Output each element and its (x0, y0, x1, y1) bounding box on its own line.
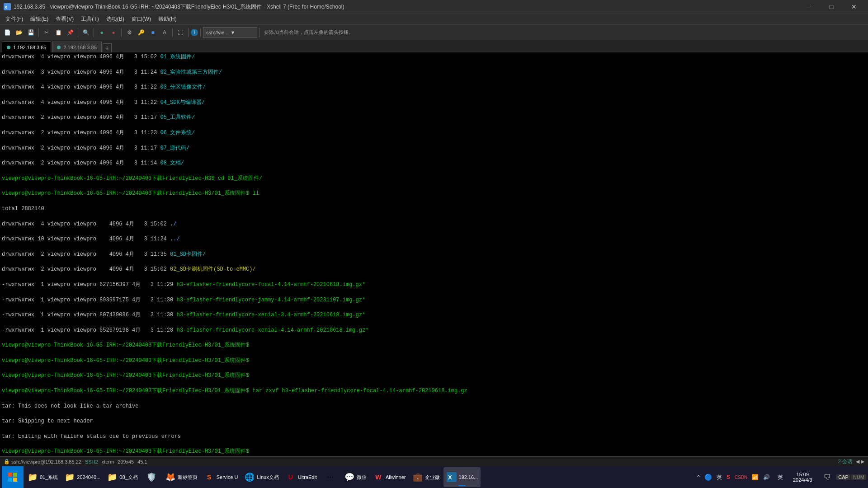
sep3 (94, 28, 94, 37)
fullscreen-btn[interactable]: ⛶ (175, 27, 186, 38)
chevron-down-icon: ▼ (231, 30, 236, 35)
folder-icon-2: 📁 (64, 472, 75, 483)
svg-rect-3 (13, 473, 17, 477)
menu-file[interactable]: 文件(F) (2, 14, 27, 24)
taskbar-app-ultraedit[interactable]: U UltraEdit (283, 467, 320, 487)
systray-volume[interactable]: 🔊 (762, 473, 771, 481)
taskbar-app-01system[interactable]: 📁 01_系统 (24, 467, 61, 487)
clock-date: 2024/4/3 (793, 477, 812, 483)
connect-btn[interactable]: ● (96, 27, 107, 38)
taskbar-app-wechat[interactable]: 💬 微信 (341, 467, 369, 487)
menu-options[interactable]: 选项(B) (103, 14, 128, 24)
menu-edit[interactable]: 编辑(E) (27, 14, 52, 24)
taskbar: 📁 01_系统 📁 2024040... 📁 08_文档 🛡️ 🦊 新标签页 S… (0, 466, 868, 488)
sep8 (259, 28, 260, 37)
taskbar-app-more[interactable]: ⋯ (321, 467, 340, 487)
menu-tools[interactable]: 工具(T) (77, 14, 102, 24)
start-button[interactable] (2, 466, 24, 488)
status-xterm: xterm (102, 459, 114, 465)
minimize-button[interactable]: ─ (798, 0, 819, 14)
disconnect-btn[interactable]: ● (108, 27, 119, 38)
taskbar-app-2024[interactable]: 📁 2024040... (61, 467, 103, 487)
cut-btn[interactable]: ✂ (41, 27, 52, 38)
ssh-dropdown-label: ssh://vie... (206, 30, 229, 35)
menu-view[interactable]: 查看(V) (52, 14, 77, 24)
active-indicator (458, 485, 466, 486)
copy-btn[interactable]: 📋 (53, 27, 64, 38)
menu-help[interactable]: 帮助(H) (155, 14, 180, 24)
session-tab-1[interactable]: 1 192.168.3.85 (2, 42, 51, 52)
session-tab-2[interactable]: 2 192.168.3.85 (52, 42, 101, 52)
taskbar-app-serviceu[interactable]: S Service U (201, 467, 241, 487)
ssh-address: ssh://viewpro@192.168.3.85:22 (11, 459, 81, 465)
systray-lang[interactable]: 英 (715, 473, 723, 482)
session-tabs: 1 192.168.3.85 2 192.168.3.85 + (0, 40, 868, 52)
color-btn[interactable]: ■ (147, 27, 158, 38)
svg-text:X: X (448, 474, 452, 481)
taskbar-label-allwinner: Allwinner (386, 474, 406, 480)
settings-btn[interactable]: ⚙ (124, 27, 135, 38)
search-btn[interactable]: 🔍 (80, 27, 91, 38)
taskbar-label-browser1: 新标签页 (178, 474, 198, 481)
windows-logo-icon (8, 473, 17, 482)
systray-s[interactable]: S (725, 473, 731, 481)
systray-wifi[interactable]: 📶 (750, 473, 760, 481)
folder-icon: 📁 (27, 472, 38, 483)
svg-text:X: X (5, 5, 7, 9)
session-dot-2 (57, 46, 61, 49)
paste-btn[interactable]: 📌 (65, 27, 75, 38)
statusbar: 🔒 ssh://viewpro@192.168.3.85:22 SSH2 xte… (0, 456, 868, 466)
terminal[interactable]: drwxrwxrwx 4 viewpro viewpro 4096 4月 3 1… (0, 52, 868, 456)
taskbar-language[interactable]: 英 (775, 474, 786, 481)
taskbar-label-linuxdoc: Linux文档 (257, 474, 278, 481)
taskbar-app-browser1[interactable]: 🦊 新标签页 (162, 467, 200, 487)
taskbar-label-wechat: 微信 (357, 474, 367, 481)
browser-icon-2: 🌐 (244, 472, 255, 483)
menubar: 文件(F) 编辑(E) 查看(V) 工具(T) 选项(B) 窗口(W) 帮助(H… (0, 14, 868, 24)
status-pos: 45,1 (137, 459, 147, 465)
info-icon: i (191, 29, 198, 36)
taskbar-clock[interactable]: 15:09 2024/4/3 (787, 472, 818, 483)
taskbar-app-xshell[interactable]: X 192.16... (443, 467, 481, 487)
wechat-icon: 💬 (344, 472, 355, 483)
key-btn[interactable]: 🔑 (136, 27, 146, 38)
session-tab-label-1: 1 192.168.3.85 (13, 45, 46, 50)
taskbar-label-2024: 2024040... (77, 474, 100, 480)
terminal-output[interactable]: drwxrwxrwx 4 viewpro viewpro 4096 4月 3 1… (0, 52, 868, 456)
taskbar-app-wxwork[interactable]: 💼 企业微 (410, 467, 443, 487)
lock-icon: 🔒 (4, 459, 10, 465)
browser-icon-1: 🦊 (165, 472, 176, 483)
taskbar-app-shield[interactable]: 🛡️ (142, 467, 161, 487)
shield-icon: 🛡️ (146, 472, 157, 483)
taskbar-app-allwinner[interactable]: W Allwinner (370, 467, 409, 487)
systray-csdn[interactable]: CSDN (733, 474, 749, 481)
taskbar-app-08docs[interactable]: 📁 08_文档 (104, 467, 140, 487)
open-btn[interactable]: 📂 (14, 27, 24, 38)
save-btn[interactable]: 💾 (25, 27, 36, 38)
serviceu-icon: S (204, 472, 215, 483)
close-button[interactable]: ✕ (844, 0, 864, 14)
sep5 (172, 28, 173, 37)
systray-expand[interactable]: ^ (696, 473, 701, 481)
ultraedit-icon: U (285, 472, 296, 483)
wxwork-icon: 💼 (412, 472, 423, 483)
taskbar-app-linuxdoc[interactable]: 🌐 Linux文档 (241, 467, 281, 487)
taskbar-label-01system: 01_系统 (40, 474, 58, 481)
titlebar-title: 192.168.3.85 - viewpro@viewpro-ThinkBook… (14, 3, 344, 11)
systray-bluetooth[interactable]: 🔵 (703, 473, 713, 482)
sep4 (121, 28, 122, 37)
sep1 (38, 28, 39, 37)
notifications-button[interactable]: 🗨 (819, 467, 835, 487)
ssh-dropdown[interactable]: ssh://vie... ▼ (203, 27, 257, 38)
toolbar: 📄 📂 💾 ✂ 📋 📌 🔍 ● ● ⚙ 🔑 ■ A ⛶ i ssh://vie.… (0, 24, 868, 40)
maximize-button[interactable]: □ (821, 0, 842, 14)
status-sessions: 2 会话 (838, 458, 852, 465)
add-session-button[interactable]: + (103, 43, 112, 52)
font-btn[interactable]: A (159, 27, 170, 38)
menu-window[interactable]: 窗口(W) (128, 14, 155, 24)
taskbar-label-serviceu: Service U (217, 474, 238, 480)
status-arrows: ◀ ▶ (856, 459, 864, 465)
svg-rect-5 (13, 478, 17, 482)
new-session-btn[interactable]: 📄 (2, 27, 13, 38)
titlebar-left: X 192.168.3.85 - viewpro@viewpro-ThinkBo… (4, 3, 344, 11)
